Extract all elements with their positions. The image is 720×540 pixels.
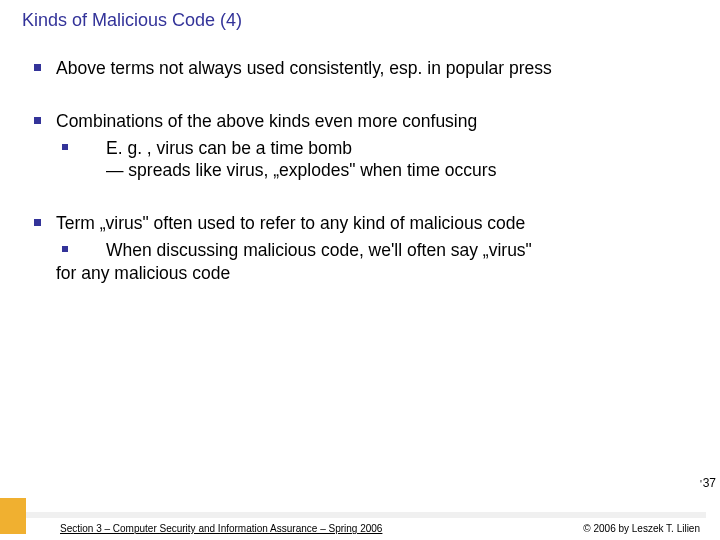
footer-right: © 2006 by Leszek T. Lilien bbox=[583, 523, 700, 534]
slide-content: Above terms not always used consistently… bbox=[0, 31, 720, 284]
bullet-2-sub: E. g. , virus can be a time bomb — sprea… bbox=[56, 137, 690, 183]
bullet-3: Term „virus" often used to refer to any … bbox=[56, 212, 690, 284]
decor-strip bbox=[26, 512, 706, 518]
footer-left: Section 3 – Computer Security and Inform… bbox=[60, 523, 382, 534]
bullet-3-sub-line1: When discussing malicious code, we'll of… bbox=[106, 240, 532, 260]
bullet-2-text: Combinations of the above kinds even mor… bbox=[56, 111, 477, 131]
slide: Kinds of Malicious Code (4) Above terms … bbox=[0, 0, 720, 540]
bullet-3-sub: When discussing malicious code, we'll of… bbox=[56, 239, 690, 285]
slide-title: Kinds of Malicious Code (4) bbox=[0, 0, 720, 31]
bullet-2-sub-line1: E. g. , virus can be a time bomb bbox=[106, 138, 352, 158]
bullet-2: Combinations of the above kinds even mor… bbox=[56, 110, 690, 182]
bullet-3-text: Term „virus" often used to refer to any … bbox=[56, 213, 525, 233]
page-number: 37 bbox=[703, 476, 716, 490]
bullet-1-text: Above terms not always used consistently… bbox=[56, 58, 552, 78]
decor-accent bbox=[0, 498, 26, 534]
bullet-1: Above terms not always used consistently… bbox=[56, 57, 690, 80]
footer: Section 3 – Computer Security and Inform… bbox=[60, 523, 700, 534]
bullet-3-sub-line2: for any malicious code bbox=[56, 262, 230, 285]
bullet-2-sub-line2: — spreads like virus, „explodes" when ti… bbox=[106, 160, 496, 180]
